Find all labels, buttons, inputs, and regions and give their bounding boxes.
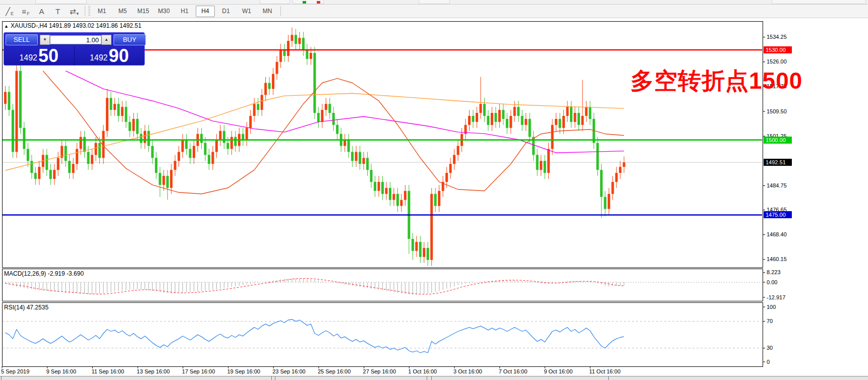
price-tick-1509.50: 1509.50 bbox=[767, 108, 787, 114]
macd-axis-8.223: 8.223 bbox=[767, 269, 781, 275]
macd-pane[interactable] bbox=[3, 278, 762, 295]
price-tick-1468.40: 1468.40 bbox=[767, 231, 787, 237]
time-axis-label: 3 Oct 16:00 bbox=[453, 368, 482, 374]
macd-axis--12.917: -12.917 bbox=[767, 294, 785, 300]
ma-fast-red bbox=[43, 71, 624, 194]
time-axis-label: 23 Sep 16:00 bbox=[272, 368, 305, 374]
time-axis-label: 9 Sep 16:00 bbox=[46, 368, 76, 374]
time-axis-label: 13 Sep 16:00 bbox=[137, 368, 169, 374]
price-tick-1534.25: 1534.25 bbox=[767, 34, 787, 40]
time-axis-label: 19 Sep 16:00 bbox=[227, 368, 260, 374]
time-axis-label: 7 Oct 16:00 bbox=[499, 368, 528, 374]
hline-badge-1530.00: 1530.00 bbox=[764, 46, 792, 53]
time-axis-label: 1 Oct 16:00 bbox=[408, 368, 437, 374]
hline-badge-1475.00: 1475.00 bbox=[764, 211, 792, 218]
time-axis-label: 5 Sep 2019 bbox=[1, 368, 29, 374]
time-axis-label: 11 Sep 16:00 bbox=[91, 368, 124, 374]
rsi-label: RSI(14) 47.2535 bbox=[4, 304, 48, 311]
buy-button[interactable]: BUY bbox=[113, 34, 146, 45]
macd-label: MACD(12,26,9) -2.919 -3.690 bbox=[4, 270, 84, 277]
volume-stepper: ▼ ▲ bbox=[40, 35, 111, 45]
volume-up-button[interactable]: ▲ bbox=[101, 35, 111, 45]
status-strip bbox=[0, 376, 868, 380]
buy-price-pips: 90 bbox=[109, 47, 129, 65]
buy-price-button[interactable]: 1492 90 bbox=[75, 46, 145, 66]
hline-badge-1500.00: 1500.00 bbox=[764, 137, 792, 144]
chart-ohlc-header: ▲XAUUSD-,H4 1491.89 1493.02 1491.86 1492… bbox=[4, 22, 141, 29]
sell-price-big: 1492 bbox=[19, 51, 37, 65]
rsi-axis-0: 0 bbox=[767, 359, 770, 365]
volume-input[interactable] bbox=[50, 35, 101, 44]
time-axis-label: 9 Oct 16:00 bbox=[544, 368, 572, 374]
sell-button[interactable]: SELL bbox=[6, 34, 38, 45]
time-axis-label: 17 Sep 16:00 bbox=[182, 368, 215, 374]
macd-axis-0.00: 0.00 bbox=[767, 279, 777, 285]
time-axis-label: 27 Sep 16:00 bbox=[363, 368, 396, 374]
one-click-trade-panel: SELL ▼ ▲ BUY 1492 50 1492 90 bbox=[4, 32, 145, 66]
ohlc-text: XAUUSD-,H4 1491.89 1493.02 1491.86 1492.… bbox=[11, 22, 142, 29]
price-tick-1526.00: 1526.00 bbox=[767, 58, 787, 65]
buy-price-big: 1492 bbox=[90, 51, 108, 65]
rsi-axis-70: 70 bbox=[767, 318, 773, 324]
sell-price-button[interactable]: 1492 50 bbox=[4, 46, 75, 66]
current-price-badge: 1492.51 bbox=[764, 159, 792, 166]
time-axis-label: 11 Oct 16:00 bbox=[589, 368, 620, 374]
price-tick-1484.75: 1484.75 bbox=[767, 182, 787, 188]
time-axis-label: 25 Sep 16:00 bbox=[318, 368, 351, 374]
price-tick-1460.15: 1460.15 bbox=[767, 256, 787, 262]
sell-price-pips: 50 bbox=[38, 47, 59, 65]
collapse-arrow-icon[interactable]: ▲ bbox=[4, 24, 9, 29]
rsi-axis-100: 100 bbox=[767, 304, 776, 310]
volume-down-button[interactable]: ▼ bbox=[40, 35, 50, 45]
rsi-axis-30: 30 bbox=[767, 345, 773, 351]
rsi-pane[interactable] bbox=[3, 320, 762, 353]
mt4-window: ╱E≡FAT⇄▾ M1M5M15M30H1H4D1W1MN ▲XAUUSD-,H… bbox=[0, 0, 868, 380]
chart-annotation-text: 多空转折点1500 bbox=[630, 66, 802, 97]
